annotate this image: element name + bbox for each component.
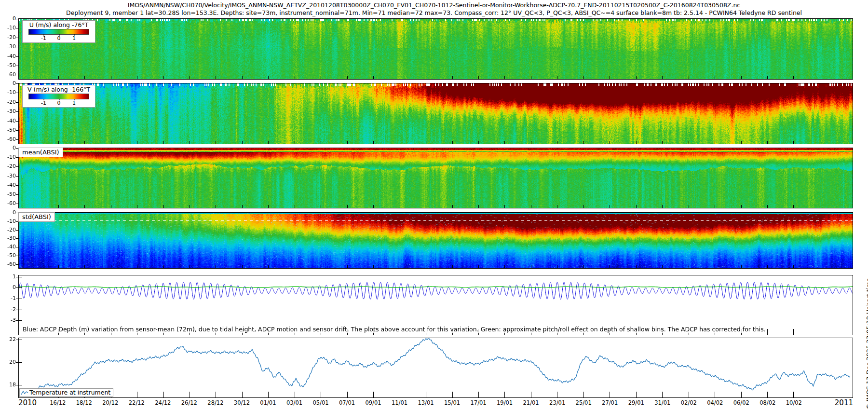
x-tick-mark (84, 141, 85, 144)
x-tick-label: 06/02 (733, 399, 749, 406)
y-tick-mark (16, 310, 18, 310)
x-tick-label: 05/01 (312, 399, 328, 406)
y-tick-label: -10 (1, 25, 16, 31)
x-tick-mark (478, 76, 479, 79)
x-tick-mark (689, 265, 689, 268)
x-tick-mark (137, 141, 137, 144)
x-tick-mark (426, 265, 426, 268)
x-tick-mark (741, 141, 742, 144)
y-tick-mark (16, 139, 18, 140)
y-tick-mark (16, 299, 18, 299)
x-tick-mark (137, 205, 137, 208)
x-tick-label: 27/01 (602, 399, 618, 406)
y-tick-label: -40 (1, 54, 16, 59)
x-tick-mark (452, 205, 453, 208)
x-tick-mark (478, 141, 479, 144)
x-tick-label: 18/12 (76, 399, 92, 406)
x-axis-year-label: 2010 (18, 398, 37, 407)
x-tick-mark (111, 141, 111, 144)
v-colorbar-legend: V (m/s) along -166°T -1 0 1 (22, 85, 95, 108)
y-tick-mark (16, 28, 18, 28)
x-tick-mark (163, 392, 164, 397)
y-tick-mark (19, 287, 22, 288)
y-tick-mark (16, 93, 18, 93)
temperature-legend-label: Temperature at instrument (29, 389, 110, 396)
x-tick-mark (715, 205, 715, 208)
x-tick-mark (662, 76, 663, 79)
x-tick-mark (557, 265, 557, 268)
x-tick-mark (295, 141, 295, 144)
panel-mean-absi-heatmap: mean(ABSI) (18, 148, 853, 208)
y-tick-label: -20 (1, 164, 16, 169)
y-tick-mark (16, 230, 18, 231)
x-tick-mark (242, 265, 243, 268)
x-tick-mark (347, 205, 348, 208)
y-tick-mark (16, 287, 18, 288)
y-tick-label: 1 (1, 274, 16, 280)
x-tick-mark (321, 392, 321, 397)
x-tick-mark (557, 141, 557, 144)
panel-std-absi-heatmap: std(ABSI) (18, 212, 853, 269)
v-colorbar-tick-label: 1 (72, 100, 76, 106)
y-tick-mark (16, 264, 18, 265)
y-tick-label: -2 (1, 307, 16, 313)
y-tick-mark (19, 320, 22, 321)
x-tick-mark (583, 392, 584, 397)
imos-watermark: © IMOS 13-Dec-2025 23:05:18 Hobart time (865, 260, 868, 410)
x-tick-mark (373, 76, 374, 79)
x-tick-label: 28/12 (207, 399, 223, 406)
x-tick-mark (767, 141, 768, 144)
y-tick-label: 0 (1, 210, 16, 216)
figure-title: IMOS/ANMN/NSW/CH070/Velocity/IMOS_ANMN-N… (0, 1, 868, 9)
y-tick-label: -50 (1, 253, 16, 259)
y-tick-mark (19, 340, 22, 340)
x-tick-mark (741, 205, 742, 208)
x-tick-mark (58, 76, 59, 79)
x-tick-mark (583, 205, 584, 208)
y-tick-mark (16, 102, 18, 103)
x-tick-mark (689, 141, 689, 144)
x-tick-label: 04/02 (707, 399, 723, 406)
x-tick-mark (295, 205, 295, 208)
x-tick-mark (347, 76, 348, 79)
panel-depth-variation-plot: Blue: ADCP Depth (m) variation from sens… (18, 275, 853, 335)
x-tick-mark (400, 141, 400, 144)
x-tick-mark (268, 76, 269, 79)
x-tick-mark (137, 76, 137, 79)
x-tick-label: 01/01 (260, 399, 276, 406)
x-tick-label: 25/01 (576, 399, 592, 406)
x-tick-mark (137, 265, 137, 268)
x-tick-mark (426, 392, 426, 397)
y-tick-label: -30 (1, 44, 16, 50)
x-tick-mark (478, 392, 479, 397)
x-tick-mark (504, 265, 505, 268)
x-tick-mark (689, 392, 689, 397)
x-tick-mark (216, 265, 216, 268)
x-tick-mark (163, 265, 164, 268)
x-tick-mark (242, 141, 243, 144)
depth-variation-note: Blue: ADCP Depth (m) variation from sens… (23, 326, 766, 333)
x-tick-mark (504, 141, 505, 144)
x-tick-label: 20/12 (102, 399, 118, 406)
x-tick-label: 10/02 (786, 399, 802, 406)
x-tick-mark (58, 205, 59, 208)
y-tick-label: -20 (1, 35, 16, 41)
x-tick-mark (662, 392, 663, 397)
x-tick-label: 02/02 (681, 399, 697, 406)
x-tick-mark (268, 392, 269, 397)
u-colorbar-tick-label: -1 (41, 35, 46, 41)
y-tick-label: -10 (1, 90, 16, 96)
x-tick-label: 30/12 (234, 399, 250, 406)
x-tick-mark (268, 265, 269, 268)
y-tick-mark (16, 385, 18, 385)
y-tick-label: -50 (1, 191, 16, 197)
x-tick-mark (662, 141, 663, 144)
x-tick-label: 21/01 (523, 399, 539, 406)
y-tick-label: -60 (1, 137, 16, 142)
x-tick-mark (321, 265, 321, 268)
std-absi-label: std(ABSI) (18, 212, 55, 222)
x-tick-mark (636, 205, 637, 208)
x-tick-mark (715, 392, 715, 397)
x-tick-mark (610, 205, 610, 208)
y-tick-label: 18 (1, 382, 16, 388)
